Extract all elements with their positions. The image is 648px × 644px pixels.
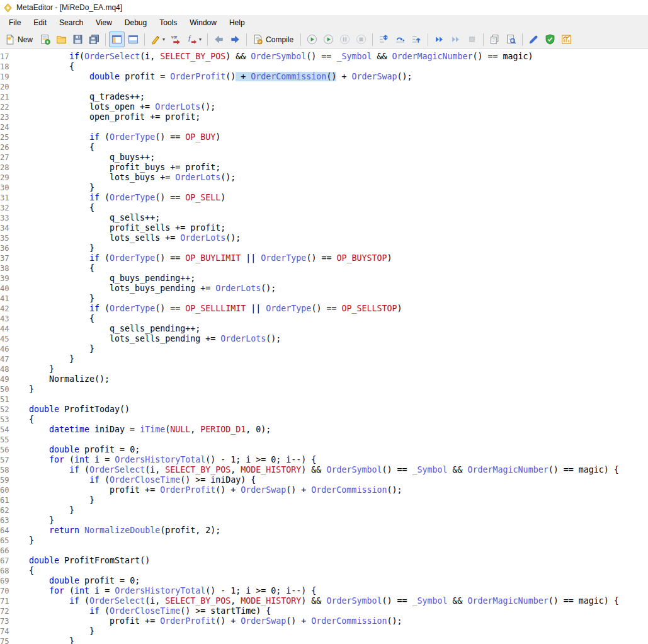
new-button[interactable]: New <box>2 32 37 47</box>
line-number[interactable]: 61 <box>0 495 11 505</box>
code-line[interactable]: datetime iniDay = iTime(NULL, PERIOD_D1,… <box>11 425 271 435</box>
save-all-button[interactable] <box>86 32 102 47</box>
line-number[interactable]: 71 <box>0 596 11 606</box>
code-line[interactable]: } <box>11 243 94 253</box>
code-line[interactable]: if (OrderType() == OP_SELL) <box>11 193 225 203</box>
code-line[interactable]: q_trades++; <box>11 92 145 102</box>
debug-pause-button[interactable] <box>337 32 353 47</box>
line-number[interactable]: 26 <box>0 142 11 152</box>
line-number[interactable]: 45 <box>0 334 11 344</box>
line-number[interactable]: 32 <box>0 203 11 213</box>
dropdown-arrow-icon[interactable]: ▾ <box>162 37 165 42</box>
code-line[interactable]: } <box>11 354 74 364</box>
debug-history-button[interactable] <box>304 32 320 47</box>
back-button[interactable] <box>211 32 227 47</box>
code-line[interactable]: { <box>11 142 94 152</box>
line-number[interactable]: 17 <box>0 52 11 62</box>
line-number[interactable]: 59 <box>0 475 11 485</box>
code-line[interactable] <box>11 394 29 405</box>
line-number[interactable]: 73 <box>0 616 11 626</box>
menu-item-tools[interactable]: Tools <box>153 16 183 30</box>
code-line[interactable]: { <box>11 314 94 324</box>
step-out-button[interactable] <box>409 32 424 47</box>
line-number[interactable]: 36 <box>0 243 11 253</box>
code-line[interactable]: for (int i = OrdersHistoryTotal() - 1; i… <box>11 586 316 596</box>
copy-button[interactable] <box>487 32 503 47</box>
code-line[interactable]: lots_open += OrderLots(); <box>11 102 215 112</box>
line-number[interactable]: 28 <box>0 163 11 173</box>
code-line[interactable]: if (OrderType() == OP_SELLLIMIT || Order… <box>11 304 402 314</box>
code-line[interactable] <box>11 546 29 556</box>
code-line[interactable]: if (OrderCloseTime() >= startTime) { <box>11 606 271 616</box>
line-number[interactable]: 52 <box>0 405 11 415</box>
code-line[interactable]: q_buys_pending++; <box>11 273 195 284</box>
save-button[interactable] <box>70 32 86 47</box>
forward-button[interactable] <box>227 32 243 47</box>
line-number[interactable]: 24 <box>0 122 11 132</box>
line-number[interactable]: 60 <box>0 485 11 495</box>
code-line[interactable]: double profit = 0; <box>11 445 140 455</box>
line-number[interactable]: 62 <box>0 505 11 515</box>
line-number[interactable]: 39 <box>0 273 11 284</box>
line-number[interactable]: 35 <box>0 233 11 243</box>
virus-check-button[interactable] <box>542 32 558 47</box>
line-number[interactable]: 55 <box>0 435 11 445</box>
menu-item-window[interactable]: Window <box>183 16 223 30</box>
line-number[interactable]: 34 <box>0 223 11 233</box>
line-number[interactable]: 48 <box>0 364 11 374</box>
dropdown-arrow-icon[interactable]: ▾ <box>199 37 202 42</box>
code-line[interactable]: double ProfitToday() <box>11 405 130 415</box>
code-line[interactable]: lots_buys_pending += OrderLots(); <box>11 284 276 294</box>
show-next-statement-button[interactable] <box>448 32 463 47</box>
compile-button[interactable]: Compile <box>250 32 297 47</box>
menu-item-help[interactable]: Help <box>223 16 251 30</box>
code-line[interactable]: q_buys++; <box>11 152 155 163</box>
line-number[interactable]: 40 <box>0 284 11 294</box>
code-line[interactable]: } <box>11 384 34 394</box>
line-number[interactable]: 65 <box>0 536 11 546</box>
code-line[interactable]: } <box>11 505 74 515</box>
step-over-button[interactable] <box>392 32 408 47</box>
code-line[interactable]: profit += OrderProfit() + OrderSwap() + … <box>11 485 402 495</box>
line-number[interactable]: 64 <box>0 526 11 536</box>
code-line[interactable]: } <box>11 515 54 526</box>
line-number[interactable]: 19 <box>0 72 11 82</box>
code-line[interactable]: if(OrderSelect(i, SELECT_BY_POS) && Orde… <box>11 52 533 62</box>
code-line[interactable]: for (int i = OrdersHistoryTotal() - 1; i… <box>11 455 316 465</box>
code-line[interactable]: lots_buys += OrderLots(); <box>11 173 236 183</box>
line-number[interactable]: 44 <box>0 324 11 334</box>
line-number[interactable]: 20 <box>0 82 11 92</box>
line-number[interactable]: 37 <box>0 253 11 263</box>
code-line[interactable]: if (OrderSelect(i, SELECT_BY_POS, MODE_H… <box>11 596 619 606</box>
menu-item-debug[interactable]: Debug <box>118 16 153 30</box>
line-number[interactable]: 54 <box>0 425 11 435</box>
code-line[interactable]: } <box>11 344 94 354</box>
line-number[interactable]: 50 <box>0 384 11 394</box>
line-number[interactable]: 66 <box>0 546 11 556</box>
code-line[interactable]: if (OrderType() == OP_BUYLIMIT || OrderT… <box>11 253 392 263</box>
debug-start-button[interactable] <box>321 32 336 47</box>
styler-button[interactable]: ▾ <box>148 32 168 47</box>
line-number[interactable]: 70 <box>0 586 11 596</box>
line-number[interactable]: 38 <box>0 263 11 273</box>
code-line[interactable]: { <box>11 263 94 273</box>
code-line[interactable]: double ProfitFromStart() <box>11 556 150 566</box>
code-line[interactable]: double profit = 0; <box>11 576 140 586</box>
line-number[interactable]: 41 <box>0 294 11 304</box>
code-line[interactable]: if (OrderType() == OP_BUY) <box>11 132 220 142</box>
line-number[interactable]: 63 <box>0 515 11 526</box>
line-number[interactable]: 33 <box>0 213 11 223</box>
code-line[interactable]: } <box>11 626 94 636</box>
line-number[interactable]: 23 <box>0 112 11 122</box>
line-number[interactable]: 30 <box>0 183 11 193</box>
code-line[interactable]: { <box>11 62 74 72</box>
menu-item-search[interactable]: Search <box>53 16 89 30</box>
toggle-breakpoint-button[interactable] <box>464 32 480 47</box>
line-number[interactable]: 49 <box>0 374 11 384</box>
code-line[interactable]: } <box>11 495 94 505</box>
code-line[interactable]: Normalize(); <box>11 374 110 384</box>
menu-item-view[interactable]: View <box>89 16 118 30</box>
line-number[interactable]: 67 <box>0 556 11 566</box>
line-number[interactable]: 46 <box>0 344 11 354</box>
open-button[interactable] <box>54 32 69 47</box>
